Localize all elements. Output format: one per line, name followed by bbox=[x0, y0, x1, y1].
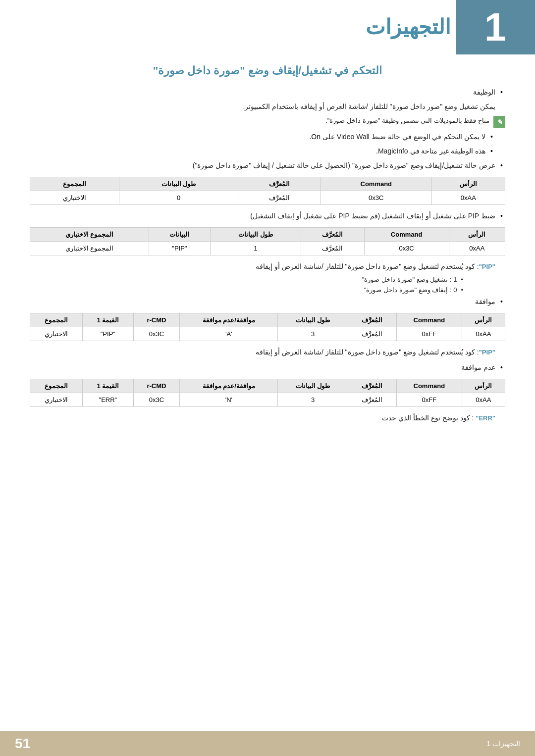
t3-h7: القيمة 1 bbox=[83, 313, 134, 327]
pip-sub1-text: 1 : تشغيل وضع "صورة داخل صورة" bbox=[362, 276, 457, 283]
pip-desc1-text: "PIP": كود يُستخدم لتشغيل وضع "صورة داخل… bbox=[256, 261, 495, 272]
t4-h1: الرأس bbox=[462, 379, 505, 393]
bullet-dot-6: • bbox=[500, 298, 503, 305]
footer-text: التجهيزات 1 bbox=[486, 740, 520, 748]
t2-row: 0xAA 0x3C المُعرَّف 1 "PIP" المجموع الاخ… bbox=[30, 242, 505, 255]
t1-c4: 0 bbox=[119, 191, 238, 205]
t1-h2: Command bbox=[321, 177, 431, 191]
bullet-dot-2: • bbox=[490, 133, 493, 141]
bullet-dot-1: • bbox=[500, 88, 503, 96]
t1-c5: الاختباري bbox=[30, 191, 119, 205]
table1: الرأس Command المُعرَّف طول البيانات الم… bbox=[30, 177, 505, 205]
chapter-title: التجهيزات bbox=[366, 15, 451, 39]
t1-c1: 0xAA bbox=[431, 191, 505, 205]
t3-h3: المُعرَّف bbox=[348, 313, 396, 327]
t1-h3: المُعرَّف bbox=[238, 177, 321, 191]
t3-h1: الرأس bbox=[462, 313, 505, 327]
t1-row: 0xAA 0x3C المُعرَّف 0 الاختباري bbox=[30, 191, 505, 205]
t4-h3: المُعرَّف bbox=[348, 379, 396, 393]
bullet-dot-7: • bbox=[500, 363, 503, 371]
t2-h6: المجموع الاختباري bbox=[30, 228, 149, 242]
t3-c8: الاختباري bbox=[30, 327, 83, 341]
t3-h2: Command bbox=[396, 313, 462, 327]
pip-control-bullet: • ضبط PIP على تشغيل أو إيقاف التشغيل (قم… bbox=[30, 211, 505, 221]
t4-h6: r-CMD bbox=[133, 379, 180, 393]
t2-c3: المُعرَّف bbox=[301, 242, 365, 255]
err-label: "ERR" bbox=[476, 414, 495, 422]
t3-c7: "PIP" bbox=[83, 327, 134, 341]
t4-row: 0xAA 0xFF المُعرَّف 3 'N' 0x3C "ERR" الا… bbox=[30, 393, 505, 407]
b4-bullet: • عرض حالة تشغيل/إيقاف وضع "صورة داخل صو… bbox=[30, 160, 505, 171]
table3: الرأس Command المُعرَّف طول البيانات موا… bbox=[30, 313, 505, 341]
t4-h5: موافقة/عدم موافقة bbox=[180, 379, 278, 393]
t3-c4: 3 bbox=[278, 327, 348, 341]
table1-container: الرأس Command المُعرَّف طول البيانات الم… bbox=[30, 177, 505, 205]
t4-c2: 0xFF bbox=[396, 393, 462, 407]
footer: التجهيزات 1 51 bbox=[0, 731, 535, 756]
pip-desc1-item: "PIP": كود يُستخدم لتشغيل وضع "صورة داخل… bbox=[30, 261, 495, 272]
t4-h7: القيمة 1 bbox=[83, 379, 134, 393]
note1-text: متاح فقط بالموديلات التي تتضمن وظيفة "صو… bbox=[325, 116, 489, 126]
t2-h2: Command bbox=[364, 228, 449, 242]
t3-h4: طول البيانات bbox=[278, 313, 348, 327]
t2-h4: طول البيانات bbox=[210, 228, 301, 242]
pip-control-label: ضبط PIP على تشغيل أو إيقاف التشغيل (قم ب… bbox=[250, 211, 495, 221]
b2-text: لا يمكن التحكم في الوضع في حالة ضبط Vide… bbox=[309, 132, 485, 142]
disapproval-label: عدم موافقة bbox=[461, 362, 495, 373]
approval-label: موافقة bbox=[475, 297, 495, 307]
t3-h5: موافقة/عدم موافقة bbox=[180, 313, 278, 327]
t3-c5: 'A' bbox=[180, 327, 278, 341]
table4: الرأس Command المُعرَّف طول البيانات موا… bbox=[30, 379, 505, 407]
pip-label-1: "PIP" bbox=[479, 263, 495, 270]
t4-h8: المجموع bbox=[30, 379, 83, 393]
function-label: الوظيفة bbox=[473, 87, 495, 98]
t4-h4: طول البيانات bbox=[278, 379, 348, 393]
t3-c1: 0xAA bbox=[462, 327, 505, 341]
t1-c3: المُعرَّف bbox=[238, 191, 321, 205]
note-icon: ✎ bbox=[493, 116, 505, 128]
table3-container: الرأس Command المُعرَّف طول البيانات موا… bbox=[30, 313, 505, 341]
b1-text: يمكن تشغيل وضع "صور داخل صورة" للتلفاز /… bbox=[243, 101, 495, 112]
bullet-dot-3: • bbox=[490, 147, 493, 155]
pip-sub2: • 0 : إيقاف وضع "صورة داخل صورة" bbox=[30, 286, 466, 294]
table2: الرأس Command المُعرَّف طول البيانات الب… bbox=[30, 227, 505, 255]
t4-c8: الاختباري bbox=[30, 393, 83, 407]
t2-c1: 0xAA bbox=[449, 242, 505, 255]
chapter-number: 1 bbox=[484, 7, 507, 47]
t4-c1: 0xAA bbox=[462, 393, 505, 407]
pip-sub1: • 1 : تشغيل وضع "صورة داخل صورة" bbox=[30, 276, 466, 283]
pip-sub2-text: 0 : إيقاف وضع "صورة داخل صورة" bbox=[364, 286, 457, 294]
t3-c3: المُعرَّف bbox=[348, 327, 396, 341]
sub-dot-1: • bbox=[461, 276, 463, 283]
approval-bullet: • موافقة bbox=[30, 297, 505, 307]
t2-c6: المجموع الاختباري bbox=[30, 242, 149, 255]
bullet-dot-4: • bbox=[500, 161, 503, 169]
on-value: On bbox=[311, 133, 321, 141]
t1-h5: المجموع bbox=[30, 177, 119, 191]
disapproval-bullet: • عدم موافقة bbox=[30, 362, 505, 373]
t4-c3: المُعرَّف bbox=[348, 393, 396, 407]
t2-c5: "PIP" bbox=[149, 242, 210, 255]
section-title: التحكم في تشغيل/إيقاف وضع "صورة داخل صور… bbox=[30, 64, 505, 77]
t3-h6: r-CMD bbox=[133, 313, 180, 327]
t3-row: 0xAA 0xFF المُعرَّف 3 'A' 0x3C "PIP" الا… bbox=[30, 327, 505, 341]
t3-c2: 0xFF bbox=[396, 327, 462, 341]
function-bullet: • الوظيفة bbox=[30, 87, 505, 98]
b3-text: هذه الوظيفة غير متاحة في MagicInfo. bbox=[376, 146, 485, 156]
b3-bullet: • هذه الوظيفة غير متاحة في MagicInfo. bbox=[30, 146, 495, 156]
t2-h3: المُعرَّف bbox=[301, 228, 365, 242]
t3-c6: 0x3C bbox=[133, 327, 180, 341]
t4-c6: 0x3C bbox=[133, 393, 180, 407]
note1-box: ✎ متاح فقط بالموديلات التي تتضمن وظيفة "… bbox=[50, 116, 505, 128]
t2-h1: الرأس bbox=[449, 228, 505, 242]
t1-c2: 0x3C bbox=[321, 191, 431, 205]
header-corner: 1 bbox=[456, 0, 535, 54]
footer-page: 51 bbox=[15, 736, 30, 752]
t4-c4: 3 bbox=[278, 393, 348, 407]
pip-label-2: "PIP" bbox=[479, 349, 495, 356]
bullet-dot-5: • bbox=[500, 212, 503, 220]
t4-h2: Command bbox=[396, 379, 462, 393]
t1-h1: الرأس bbox=[431, 177, 505, 191]
t2-c4: 1 bbox=[210, 242, 301, 255]
t4-c5: 'N' bbox=[180, 393, 278, 407]
